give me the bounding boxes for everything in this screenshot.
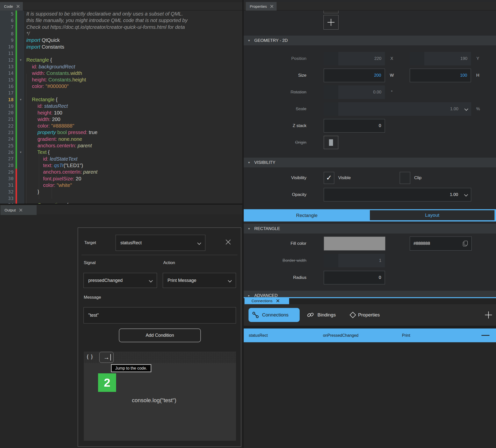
fold-icon[interactable]: ▼	[17, 59, 24, 61]
component-tabbar: Rectangle Layout	[244, 209, 496, 221]
tab-rectangle[interactable]: Rectangle	[244, 209, 370, 221]
tab-code[interactable]: Code	[0, 2, 23, 11]
zstack-input[interactable]: 0	[324, 119, 385, 133]
fold-icon[interactable]: ▼	[17, 151, 24, 154]
code-line: 29 anchors.centerIn: parent	[0, 169, 242, 175]
percent-suffix: %	[471, 106, 485, 111]
copy-icon[interactable]	[463, 241, 468, 246]
origin-selector-button[interactable]	[324, 136, 338, 149]
tab-properties-label: Properties	[250, 4, 267, 9]
fill-color-swatch[interactable]	[324, 237, 385, 251]
clip-checkbox[interactable]	[400, 172, 410, 184]
tab-output-label: Output	[5, 208, 16, 212]
clip-label: Clip	[414, 175, 422, 180]
fill-hex-input[interactable]: #888888	[410, 237, 472, 251]
row-opacity: Opacity 1.00	[244, 186, 496, 203]
tab-connections-label: Connections	[252, 299, 272, 303]
x-suffix: X	[385, 56, 399, 61]
dialog-close-icon[interactable]	[225, 239, 231, 245]
chevron-down-icon	[228, 278, 232, 282]
code-editor[interactable]: 5It is supposed to be strictly declarati…	[0, 11, 242, 204]
row-border-width: Border width 1	[244, 252, 496, 269]
tab-code-label: Code	[4, 4, 13, 9]
opacity-input[interactable]: 1.00	[324, 188, 471, 201]
code-line: 33	[0, 195, 242, 201]
add-condition-button[interactable]: Add Condition	[119, 328, 201, 342]
connection-target: statusRect	[249, 333, 323, 338]
properties-tabstrip: Properties	[244, 2, 496, 11]
add-state-button[interactable]	[323, 15, 339, 30]
section-visibility[interactable]: ▾ VISIBILITY	[244, 158, 496, 167]
close-icon[interactable]	[19, 208, 23, 212]
tab-properties[interactable]: Properties	[246, 2, 277, 11]
add-connection-button[interactable]	[484, 310, 493, 319]
section-visibility-label: VISIBILITY	[254, 160, 275, 165]
code-line: 6this file manually, you might introduce…	[0, 17, 242, 24]
properties-view-button[interactable]: Properties	[351, 308, 380, 322]
connection-row[interactable]: statusRect onPressedChanged Print	[244, 328, 496, 342]
tab-connections-panel[interactable]: Connections	[244, 297, 289, 304]
bindings-link-icon	[306, 311, 314, 319]
section-advanced[interactable]: ▸ ADVANCED	[244, 291, 496, 297]
connection-editor-dialog: Target statusRect Signal Action pressedC…	[78, 228, 241, 447]
check-icon: ✓	[326, 174, 332, 182]
opacity-label: Opacity	[244, 192, 306, 197]
partial-button[interactable]	[323, 11, 339, 13]
output-tabstrip: Output	[0, 204, 242, 214]
code-line: 12▼Rectangle {	[0, 57, 242, 63]
section-geometry-2d[interactable]: ▾ GEOMETRY - 2D	[244, 36, 496, 45]
visible-label: Visible	[338, 175, 351, 180]
scale-input: 1.00	[324, 102, 471, 116]
curly-braces-icon[interactable]: { }	[87, 354, 93, 360]
code-line: 17	[0, 90, 242, 96]
radius-input[interactable]: 0	[324, 271, 385, 284]
size-h-input[interactable]: 100	[410, 69, 471, 82]
target-label: Target	[84, 240, 96, 245]
action-dropdown[interactable]: Print Message	[163, 273, 236, 288]
visible-checkbox[interactable]: ✓	[324, 172, 334, 184]
connections-view-button[interactable]: Connections	[249, 308, 300, 322]
code-line: 25 anchors.centerIn: parent	[0, 142, 242, 149]
plus-icon	[484, 310, 493, 319]
remove-connection-icon[interactable]	[481, 335, 489, 336]
row-fill-color: Fill color #888888	[244, 235, 496, 252]
target-dropdown[interactable]: statusRect	[116, 235, 205, 251]
origin-center-icon	[329, 139, 333, 146]
chevron-down-icon	[197, 241, 201, 245]
connections-toolbar: Connections Bindings Properties	[244, 304, 496, 326]
code-line: 5It is supposed to be strictly declarati…	[0, 11, 242, 17]
close-icon[interactable]	[276, 299, 280, 303]
code-line: 28 text: qsTr("LED1")	[0, 162, 242, 169]
close-icon[interactable]	[270, 5, 274, 8]
jump-to-code-button[interactable]: →	[99, 352, 114, 363]
signal-dropdown[interactable]: pressedChanged	[84, 273, 157, 288]
chevron-down-icon	[464, 193, 468, 197]
close-icon[interactable]	[16, 5, 20, 8]
code-line: 22 color: "#888888"	[0, 123, 242, 129]
y-suffix: Y	[471, 56, 485, 61]
plus-icon	[324, 15, 338, 29]
code-line: 19 id: statusRect	[0, 103, 242, 109]
tab-output[interactable]: Output	[1, 205, 37, 215]
target-value: statusRect	[120, 240, 142, 246]
code-line: 23 property bool pressed: true	[0, 129, 242, 136]
console-log-statement: console.log("test")	[78, 397, 230, 404]
chevron-down-icon	[149, 278, 153, 282]
size-w-input[interactable]: 200	[324, 69, 385, 82]
fold-icon[interactable]: ▼	[17, 98, 24, 101]
section-rectangle[interactable]: ▾ RECTANGLE	[244, 224, 496, 234]
code-line: 31 color: "white"	[0, 182, 242, 188]
message-input[interactable]: "test"	[84, 307, 236, 323]
zstack-label: Z stack	[244, 123, 306, 128]
code-line: 26▼ Text {	[0, 149, 242, 155]
bindings-view-button[interactable]: Bindings	[306, 308, 336, 322]
code-line: 34▼ Connections {	[0, 202, 242, 204]
bindings-view-label: Bindings	[317, 312, 336, 318]
row-rotation: Rotation 0.00 °	[244, 84, 496, 100]
diamond-icon	[350, 312, 356, 318]
rotation-label: Rotation	[244, 90, 306, 95]
tooltip: Jump to the code.	[111, 364, 151, 372]
tab-layout[interactable]: Layout	[370, 210, 494, 220]
row-visibility: Visibility ✓ Visible Clip	[244, 169, 496, 186]
collapsed-icon: ▸	[244, 294, 254, 297]
